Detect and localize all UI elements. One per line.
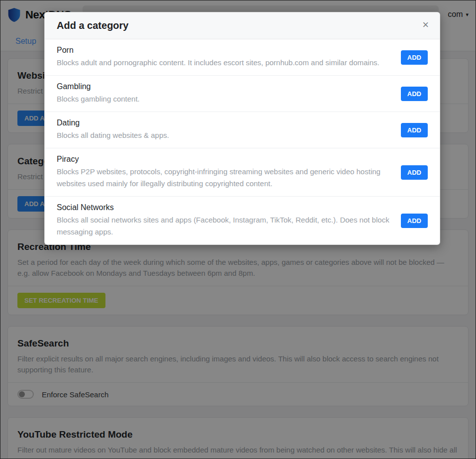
category-name: Porn [57, 46, 392, 55]
close-icon[interactable]: × [422, 19, 429, 30]
category-name: Gambling [57, 82, 392, 91]
category-description: Blocks all dating websites & apps. [57, 129, 392, 141]
category-name: Dating [57, 118, 392, 127]
category-list-item: Social Networks Blocks all social networ… [45, 196, 440, 244]
category-name: Social Networks [57, 203, 392, 212]
add-button[interactable]: ADD [401, 50, 428, 65]
category-description: Blocks P2P websites, protocols, copyrigh… [57, 166, 392, 190]
add-button[interactable]: ADD [401, 214, 428, 228]
add-button[interactable]: ADD [401, 87, 428, 101]
add-category-modal: Add a category × Porn Blocks adult and p… [44, 12, 440, 245]
nextdns-parental-control-page: NextDNS com ▾ Setup Websites Restrict AD… [0, 0, 476, 459]
modal-header: Add a category × [45, 12, 440, 39]
category-description: Blocks all social networks sites and app… [57, 214, 392, 238]
category-description: Blocks gambling content. [57, 93, 392, 105]
modal-title: Add a category [57, 20, 128, 31]
category-list-item: Porn Blocks adult and pornographic conte… [45, 39, 440, 75]
add-button[interactable]: ADD [401, 123, 428, 137]
category-list-item: Gambling Blocks gambling content. ADD [45, 75, 440, 112]
category-description: Blocks adult and pornographic content. I… [57, 57, 392, 69]
category-name: Piracy [57, 155, 392, 164]
category-list-item: Dating Blocks all dating websites & apps… [45, 112, 440, 148]
add-button[interactable]: ADD [401, 165, 428, 180]
category-list: Porn Blocks adult and pornographic conte… [45, 39, 440, 244]
category-list-item: Piracy Blocks P2P websites, protocols, c… [45, 148, 440, 196]
